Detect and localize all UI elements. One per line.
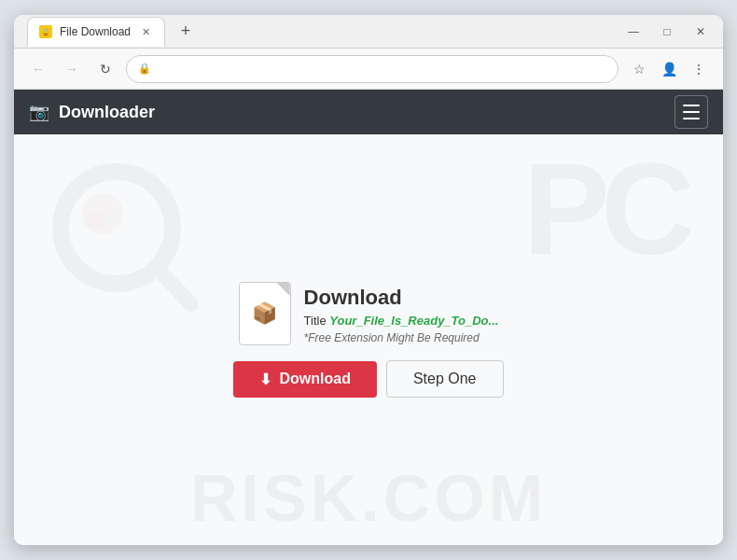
tab-favicon: 🔒 [39,25,52,38]
download-icon: ⬇ [259,371,271,388]
maximize-button[interactable]: □ [654,19,680,45]
address-bar: ← → ↻ 🔒 ☆ 👤 ⋮ [14,49,723,90]
close-button[interactable]: ✕ [688,19,714,45]
hamburger-line-1 [683,105,700,106]
risk-watermark: RISK.COM [190,461,547,536]
minimize-button[interactable]: — [620,19,647,45]
bookmark-button[interactable]: ☆ [626,56,652,82]
new-tab-button[interactable]: + [173,19,199,45]
title-label: Title [304,314,327,328]
url-box[interactable]: 🔒 [126,55,619,83]
hamburger-line-3 [683,118,700,119]
file-details: Download Title Your_File_Is_Ready_To_Do.… [304,282,499,344]
svg-point-2 [87,211,105,230]
hamburger-line-2 [683,111,700,113]
browser-window: 🔒 File Download ✕ + — □ ✕ ← → ↻ 🔒 ☆ 👤 ⋮ … [14,15,723,545]
step-one-button[interactable]: Step One [386,360,504,398]
pc-watermark: PC [523,144,686,274]
svg-line-3 [158,269,191,304]
app-header: 📷 Downloader [14,90,723,134]
brand-name: Downloader [59,103,155,122]
camera-icon: 📷 [29,102,49,122]
download-button-label: Download [279,371,350,387]
file-icon: 📦 [239,282,291,345]
title-bar: 🔒 File Download ✕ + — □ ✕ [14,15,723,49]
menu-button[interactable]: ⋮ [686,56,712,82]
download-button[interactable]: ⬇ Download [233,361,376,398]
svg-point-0 [61,172,173,284]
file-subtitle: *Free Extension Might Be Required [304,331,499,344]
main-area: PC RISK.COM 📦 Download Title [14,134,723,545]
tab-close-button[interactable]: ✕ [138,24,153,39]
tab-title: File Download [60,25,131,38]
browser-tab[interactable]: 🔒 File Download ✕ [27,17,165,47]
file-info-row: 📦 Download Title Your_File_Is_Ready_To_D… [239,282,499,345]
file-title-value: Your_File_Is_Ready_To_Do... [329,314,498,328]
refresh-button[interactable]: ↻ [92,56,118,82]
magnifier-watermark [42,153,210,325]
forward-button[interactable]: → [59,56,85,82]
file-title-row: Title Your_File_Is_Ready_To_Do... [304,314,499,328]
svg-point-1 [82,193,123,234]
page-content: 📷 Downloader [14,90,723,545]
download-card: 📦 Download Title Your_File_Is_Ready_To_D… [233,282,503,398]
hamburger-menu-button[interactable] [674,95,708,129]
buttons-row: ⬇ Download Step One [233,360,503,398]
app-brand: 📷 Downloader [29,102,155,122]
profile-button[interactable]: 👤 [656,56,682,82]
download-heading: Download [304,286,499,310]
back-button[interactable]: ← [25,56,51,82]
browser-actions: ☆ 👤 ⋮ [626,56,712,82]
lock-icon: 🔒 [138,63,151,75]
